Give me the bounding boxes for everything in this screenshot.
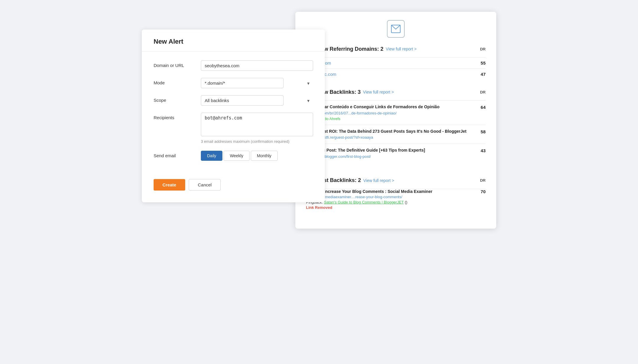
new-backlinks-section: New Backlinks: 3 View full report > DR C… — [306, 88, 486, 168]
backlink-url-1[interactable]: neilpatel.com/br/2016/07...de-formadores… — [306, 111, 474, 115]
mode-row: Mode *.domain/* domain/* *.domain domain… — [154, 78, 313, 88]
domain-input[interactable] — [201, 60, 313, 71]
email-icon-wrapper — [306, 20, 486, 38]
weekly-button[interactable]: Weekly — [224, 151, 250, 161]
lost-url-1[interactable]: www.socialmediaexaminer....rease-your-bl… — [306, 195, 474, 199]
lost-dr-1: 70 — [474, 189, 486, 194]
lost-title-1: 7 Tips to Increase Your Blog Comments : … — [306, 189, 474, 194]
lost-backlinks-header: Lost Backlinks: 2 View full report > DR — [306, 176, 486, 185]
domain-label: Domain or URL — [154, 60, 201, 68]
new-referring-domains-header: New Referring Domains: 2 View full repor… — [306, 45, 486, 53]
lost-backlinks-link[interactable]: View full report > — [363, 178, 394, 183]
backlink-info-3: First Blog Post: The Definitive Guide [+… — [306, 147, 474, 165]
email-frequency-control: Daily Weekly Monthly — [201, 151, 313, 161]
scope-select-arrow: ▾ — [307, 98, 310, 103]
domain-smbceo-dr: 55 — [474, 60, 486, 65]
backlink-info-2: Guest Post ROI: The Data Behind 273 Gues… — [306, 129, 474, 140]
action-buttons: Create Cancel — [142, 179, 325, 191]
lost-pingback-1: Pingback: Satan's Guide to Blog Comments… — [306, 200, 474, 204]
mode-control: *.domain/* domain/* *.domain domain exac… — [201, 78, 313, 88]
lost-backlink-row-1: 7 Tips to Increase Your Blog Comments : … — [306, 189, 486, 210]
mode-select-arrow: ▾ — [307, 80, 310, 86]
scope-select[interactable]: All backlinks New backlinks Lost backlin… — [201, 95, 284, 106]
pingback-link[interactable]: Satan's Guide to Blog Comments | Blogger… — [324, 200, 404, 204]
domain-row: Domain or URL — [154, 60, 313, 71]
send-email-label: Send email — [154, 151, 201, 158]
new-referring-domains-link[interactable]: View full report > — [386, 47, 416, 51]
scope-row: Scope All backlinks New backlinks Lost b… — [154, 95, 313, 106]
backlink-url-2[interactable]: bloggerjet.stfi.re/guest-post/?sf=xoaaya — [306, 135, 474, 140]
domain-row-marketdoc: marketdoc.com 47 — [306, 69, 486, 80]
lost-backlinks-section: Lost Backlinks: 2 View full report > DR … — [306, 176, 486, 210]
backlink-title-3: First Blog Post: The Definitive Guide [+… — [306, 147, 474, 153]
scope-control: All backlinks New backlinks Lost backlin… — [201, 95, 313, 106]
recipients-textarea[interactable]: bot@ahrefs.com — [201, 113, 313, 136]
domain-marketdoc-dr: 47 — [474, 72, 486, 77]
new-alert-panel: New Alert Domain or URL Mode *.domain/* … — [142, 29, 325, 202]
scope-label: Scope — [154, 95, 201, 103]
form-body: Domain or URL Mode *.domain/* domain/* *… — [142, 52, 325, 177]
backlink-row-1: Como Criar Conteúdo e Conseguir Links de… — [306, 101, 486, 125]
new-backlinks-col-header: DR — [480, 90, 486, 94]
backlink-dr-2: 58 — [474, 129, 486, 134]
recipients-row: Recipients bot@ahrefs.com 3 email addres… — [154, 113, 313, 144]
new-referring-domains-title: New Referring Domains: 2 — [317, 46, 383, 52]
mode-label: Mode — [154, 78, 201, 85]
backlink-info-1: Como Criar Conteúdo e Conseguir Links de… — [306, 104, 474, 121]
lost-removed-label: Link Removed — [306, 205, 474, 210]
domain-smbceo[interactable]: smbceo.com — [306, 60, 474, 65]
backlink-url-3[interactable]: iwannabeablogger.com/first-blog-post/ — [306, 154, 474, 159]
lost-info-1: 7 Tips to Increase Your Blog Comments : … — [306, 189, 474, 210]
email-icon-box — [387, 20, 405, 38]
domain-row-smbceo: smbceo.com 55 — [306, 58, 486, 69]
pingback-suffix: () — [405, 200, 407, 204]
email-frequency-buttons: Daily Weekly Monthly — [201, 151, 313, 161]
backlink-row-2: Guest Post ROI: The Data Behind 273 Gues… — [306, 125, 486, 144]
panel-header: New Alert — [142, 29, 325, 52]
backlink-title-1: Como Criar Conteúdo e Conseguir Links de… — [306, 104, 474, 110]
backlink-title-2: Guest Post ROI: The Data Behind 273 Gues… — [306, 129, 474, 135]
new-backlinks-header: New Backlinks: 3 View full report > DR — [306, 88, 486, 96]
recipients-control: bot@ahrefs.com 3 email addresses maximum… — [201, 113, 313, 144]
lost-backlinks-col-header: DR — [480, 178, 486, 183]
send-email-row: Send email Daily Weekly Monthly — [154, 151, 313, 161]
email-icon — [391, 25, 401, 33]
new-backlinks-link[interactable]: View full report > — [363, 90, 394, 94]
mode-select-wrapper: *.domain/* domain/* *.domain domain exac… — [201, 78, 313, 88]
email-preview-panel: New Referring Domains: 2 View full repor… — [295, 12, 496, 229]
daily-button[interactable]: Daily — [201, 151, 222, 161]
panel-title: New Alert — [154, 38, 313, 45]
scope-select-wrapper: All backlinks New backlinks Lost backlin… — [201, 95, 313, 106]
backlink-row-3: First Blog Post: The Definitive Guide [+… — [306, 144, 486, 168]
new-referring-domains-col-header: DR — [480, 47, 486, 51]
cancel-button[interactable]: Cancel — [189, 179, 221, 191]
create-button[interactable]: Create — [154, 179, 185, 191]
recipients-hint: 3 email addresses maximum (confirmation … — [201, 139, 313, 144]
monthly-button[interactable]: Monthly — [251, 151, 278, 161]
mode-select[interactable]: *.domain/* domain/* *.domain domain exac… — [201, 78, 284, 88]
backlink-dr-3: 43 — [474, 147, 486, 153]
domain-control — [201, 60, 313, 71]
new-referring-domains-section: New Referring Domains: 2 View full repor… — [306, 45, 486, 80]
recipients-label: Recipients — [154, 113, 201, 120]
backlink-dr-1: 64 — [474, 104, 486, 110]
domain-marketdoc[interactable]: marketdoc.com — [306, 72, 474, 77]
